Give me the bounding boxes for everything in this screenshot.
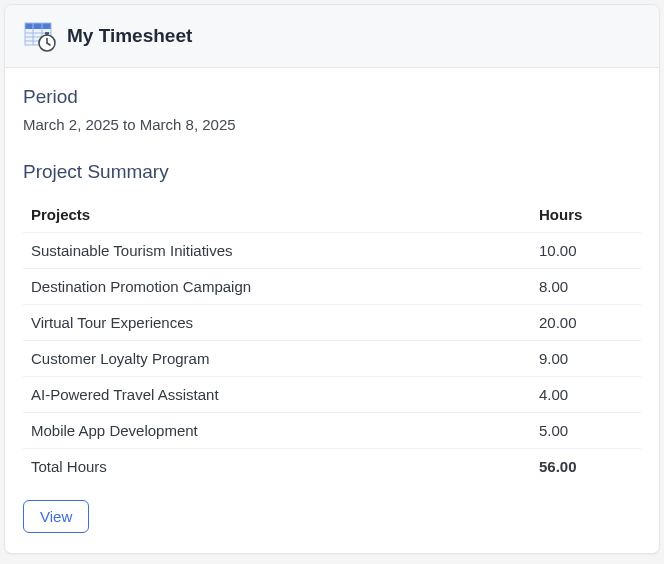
project-name: Sustainable Tourism Initiatives xyxy=(23,233,531,269)
timesheet-card: My Timesheet Period March 2, 2025 to Mar… xyxy=(4,4,660,554)
timesheet-icon xyxy=(23,19,57,53)
project-hours: 9.00 xyxy=(531,341,641,377)
column-header-projects: Projects xyxy=(23,197,531,233)
column-header-hours: Hours xyxy=(531,197,641,233)
table-row: Mobile App Development5.00 xyxy=(23,413,641,449)
total-hours: 56.00 xyxy=(531,449,641,485)
project-hours: 8.00 xyxy=(531,269,641,305)
table-row: Virtual Tour Experiences20.00 xyxy=(23,305,641,341)
card-body: Period March 2, 2025 to March 8, 2025 Pr… xyxy=(5,68,659,553)
project-hours: 20.00 xyxy=(531,305,641,341)
table-row: Customer Loyalty Program9.00 xyxy=(23,341,641,377)
project-hours: 4.00 xyxy=(531,377,641,413)
total-label: Total Hours xyxy=(23,449,531,485)
table-row: Sustainable Tourism Initiatives10.00 xyxy=(23,233,641,269)
project-hours: 10.00 xyxy=(531,233,641,269)
project-name: Destination Promotion Campaign xyxy=(23,269,531,305)
card-header: My Timesheet xyxy=(5,5,659,68)
period-label: Period xyxy=(23,86,641,108)
table-row: Destination Promotion Campaign8.00 xyxy=(23,269,641,305)
card-title: My Timesheet xyxy=(67,25,192,47)
project-name: AI-Powered Travel Assistant xyxy=(23,377,531,413)
view-button[interactable]: View xyxy=(23,500,89,533)
svg-rect-0 xyxy=(25,23,51,29)
project-name: Mobile App Development xyxy=(23,413,531,449)
project-summary-title: Project Summary xyxy=(23,161,641,183)
project-name: Customer Loyalty Program xyxy=(23,341,531,377)
period-value: March 2, 2025 to March 8, 2025 xyxy=(23,116,641,133)
project-summary-table: Projects Hours Sustainable Tourism Initi… xyxy=(23,197,641,484)
table-row: AI-Powered Travel Assistant4.00 xyxy=(23,377,641,413)
project-name: Virtual Tour Experiences xyxy=(23,305,531,341)
card-footer: View xyxy=(23,484,641,533)
project-hours: 5.00 xyxy=(531,413,641,449)
